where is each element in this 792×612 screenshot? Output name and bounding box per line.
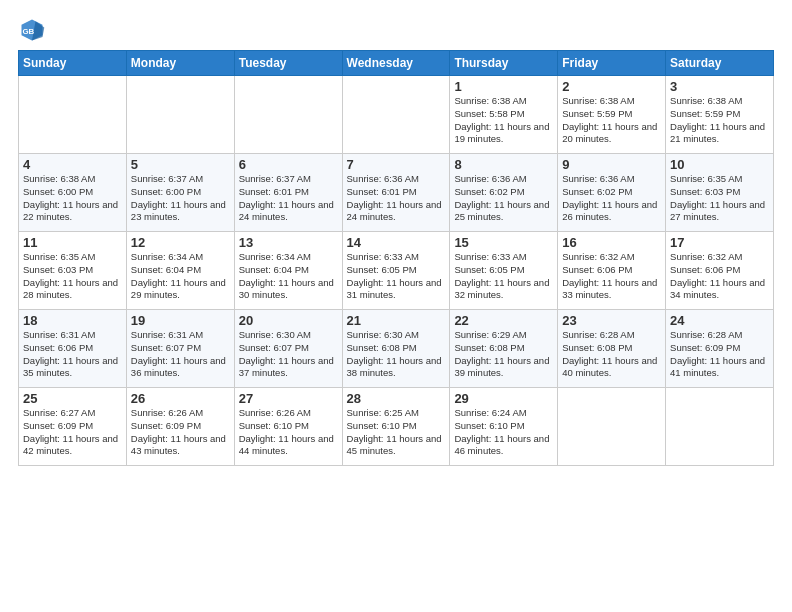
calendar-cell: 26Sunrise: 6:26 AM Sunset: 6:09 PM Dayli… bbox=[126, 388, 234, 466]
day-number: 15 bbox=[454, 235, 553, 250]
day-number: 16 bbox=[562, 235, 661, 250]
day-number: 28 bbox=[347, 391, 446, 406]
day-info: Sunrise: 6:35 AM Sunset: 6:03 PM Dayligh… bbox=[23, 251, 122, 302]
calendar-cell bbox=[234, 76, 342, 154]
calendar-cell bbox=[666, 388, 774, 466]
calendar-cell: 11Sunrise: 6:35 AM Sunset: 6:03 PM Dayli… bbox=[19, 232, 127, 310]
calendar-cell: 10Sunrise: 6:35 AM Sunset: 6:03 PM Dayli… bbox=[666, 154, 774, 232]
day-number: 26 bbox=[131, 391, 230, 406]
day-number: 1 bbox=[454, 79, 553, 94]
day-info: Sunrise: 6:36 AM Sunset: 6:02 PM Dayligh… bbox=[562, 173, 661, 224]
logo-icon: GB bbox=[18, 16, 46, 44]
calendar-cell bbox=[342, 76, 450, 154]
calendar-week-3: 11Sunrise: 6:35 AM Sunset: 6:03 PM Dayli… bbox=[19, 232, 774, 310]
calendar-cell: 9Sunrise: 6:36 AM Sunset: 6:02 PM Daylig… bbox=[558, 154, 666, 232]
calendar-cell: 23Sunrise: 6:28 AM Sunset: 6:08 PM Dayli… bbox=[558, 310, 666, 388]
calendar-cell: 6Sunrise: 6:37 AM Sunset: 6:01 PM Daylig… bbox=[234, 154, 342, 232]
day-number: 8 bbox=[454, 157, 553, 172]
calendar-cell: 1Sunrise: 6:38 AM Sunset: 5:58 PM Daylig… bbox=[450, 76, 558, 154]
day-number: 13 bbox=[239, 235, 338, 250]
weekday-header-friday: Friday bbox=[558, 51, 666, 76]
day-info: Sunrise: 6:28 AM Sunset: 6:09 PM Dayligh… bbox=[670, 329, 769, 380]
day-number: 12 bbox=[131, 235, 230, 250]
day-info: Sunrise: 6:27 AM Sunset: 6:09 PM Dayligh… bbox=[23, 407, 122, 458]
calendar-cell: 13Sunrise: 6:34 AM Sunset: 6:04 PM Dayli… bbox=[234, 232, 342, 310]
day-info: Sunrise: 6:36 AM Sunset: 6:01 PM Dayligh… bbox=[347, 173, 446, 224]
calendar-cell bbox=[558, 388, 666, 466]
calendar-table: SundayMondayTuesdayWednesdayThursdayFrid… bbox=[18, 50, 774, 466]
calendar-cell: 15Sunrise: 6:33 AM Sunset: 6:05 PM Dayli… bbox=[450, 232, 558, 310]
calendar-cell: 3Sunrise: 6:38 AM Sunset: 5:59 PM Daylig… bbox=[666, 76, 774, 154]
day-number: 19 bbox=[131, 313, 230, 328]
calendar-cell: 2Sunrise: 6:38 AM Sunset: 5:59 PM Daylig… bbox=[558, 76, 666, 154]
weekday-header-monday: Monday bbox=[126, 51, 234, 76]
day-info: Sunrise: 6:34 AM Sunset: 6:04 PM Dayligh… bbox=[239, 251, 338, 302]
day-info: Sunrise: 6:36 AM Sunset: 6:02 PM Dayligh… bbox=[454, 173, 553, 224]
day-number: 23 bbox=[562, 313, 661, 328]
day-number: 17 bbox=[670, 235, 769, 250]
day-number: 3 bbox=[670, 79, 769, 94]
day-info: Sunrise: 6:38 AM Sunset: 6:00 PM Dayligh… bbox=[23, 173, 122, 224]
day-info: Sunrise: 6:34 AM Sunset: 6:04 PM Dayligh… bbox=[131, 251, 230, 302]
day-info: Sunrise: 6:30 AM Sunset: 6:08 PM Dayligh… bbox=[347, 329, 446, 380]
day-info: Sunrise: 6:24 AM Sunset: 6:10 PM Dayligh… bbox=[454, 407, 553, 458]
day-info: Sunrise: 6:30 AM Sunset: 6:07 PM Dayligh… bbox=[239, 329, 338, 380]
day-number: 5 bbox=[131, 157, 230, 172]
day-number: 20 bbox=[239, 313, 338, 328]
day-info: Sunrise: 6:37 AM Sunset: 6:01 PM Dayligh… bbox=[239, 173, 338, 224]
weekday-header-sunday: Sunday bbox=[19, 51, 127, 76]
day-info: Sunrise: 6:26 AM Sunset: 6:10 PM Dayligh… bbox=[239, 407, 338, 458]
day-number: 11 bbox=[23, 235, 122, 250]
calendar-cell: 17Sunrise: 6:32 AM Sunset: 6:06 PM Dayli… bbox=[666, 232, 774, 310]
calendar-week-1: 1Sunrise: 6:38 AM Sunset: 5:58 PM Daylig… bbox=[19, 76, 774, 154]
calendar-cell: 5Sunrise: 6:37 AM Sunset: 6:00 PM Daylig… bbox=[126, 154, 234, 232]
calendar-cell: 29Sunrise: 6:24 AM Sunset: 6:10 PM Dayli… bbox=[450, 388, 558, 466]
day-number: 4 bbox=[23, 157, 122, 172]
calendar-cell: 28Sunrise: 6:25 AM Sunset: 6:10 PM Dayli… bbox=[342, 388, 450, 466]
day-number: 24 bbox=[670, 313, 769, 328]
day-number: 2 bbox=[562, 79, 661, 94]
calendar-cell: 22Sunrise: 6:29 AM Sunset: 6:08 PM Dayli… bbox=[450, 310, 558, 388]
day-info: Sunrise: 6:31 AM Sunset: 6:06 PM Dayligh… bbox=[23, 329, 122, 380]
page-header: GB bbox=[18, 16, 774, 44]
calendar-cell: 21Sunrise: 6:30 AM Sunset: 6:08 PM Dayli… bbox=[342, 310, 450, 388]
day-number: 27 bbox=[239, 391, 338, 406]
calendar-cell: 19Sunrise: 6:31 AM Sunset: 6:07 PM Dayli… bbox=[126, 310, 234, 388]
day-info: Sunrise: 6:26 AM Sunset: 6:09 PM Dayligh… bbox=[131, 407, 230, 458]
day-info: Sunrise: 6:37 AM Sunset: 6:00 PM Dayligh… bbox=[131, 173, 230, 224]
calendar-cell: 18Sunrise: 6:31 AM Sunset: 6:06 PM Dayli… bbox=[19, 310, 127, 388]
calendar-cell: 12Sunrise: 6:34 AM Sunset: 6:04 PM Dayli… bbox=[126, 232, 234, 310]
day-number: 9 bbox=[562, 157, 661, 172]
weekday-header-wednesday: Wednesday bbox=[342, 51, 450, 76]
calendar-cell: 27Sunrise: 6:26 AM Sunset: 6:10 PM Dayli… bbox=[234, 388, 342, 466]
day-info: Sunrise: 6:32 AM Sunset: 6:06 PM Dayligh… bbox=[670, 251, 769, 302]
calendar-week-2: 4Sunrise: 6:38 AM Sunset: 6:00 PM Daylig… bbox=[19, 154, 774, 232]
calendar-cell: 25Sunrise: 6:27 AM Sunset: 6:09 PM Dayli… bbox=[19, 388, 127, 466]
day-info: Sunrise: 6:25 AM Sunset: 6:10 PM Dayligh… bbox=[347, 407, 446, 458]
day-info: Sunrise: 6:33 AM Sunset: 6:05 PM Dayligh… bbox=[454, 251, 553, 302]
day-number: 29 bbox=[454, 391, 553, 406]
day-info: Sunrise: 6:38 AM Sunset: 5:59 PM Dayligh… bbox=[670, 95, 769, 146]
day-info: Sunrise: 6:31 AM Sunset: 6:07 PM Dayligh… bbox=[131, 329, 230, 380]
calendar-cell: 24Sunrise: 6:28 AM Sunset: 6:09 PM Dayli… bbox=[666, 310, 774, 388]
calendar-cell bbox=[126, 76, 234, 154]
calendar-header-row: SundayMondayTuesdayWednesdayThursdayFrid… bbox=[19, 51, 774, 76]
day-info: Sunrise: 6:28 AM Sunset: 6:08 PM Dayligh… bbox=[562, 329, 661, 380]
calendar-cell bbox=[19, 76, 127, 154]
day-number: 18 bbox=[23, 313, 122, 328]
calendar-week-4: 18Sunrise: 6:31 AM Sunset: 6:06 PM Dayli… bbox=[19, 310, 774, 388]
weekday-header-tuesday: Tuesday bbox=[234, 51, 342, 76]
day-info: Sunrise: 6:35 AM Sunset: 6:03 PM Dayligh… bbox=[670, 173, 769, 224]
day-info: Sunrise: 6:32 AM Sunset: 6:06 PM Dayligh… bbox=[562, 251, 661, 302]
day-number: 25 bbox=[23, 391, 122, 406]
day-number: 10 bbox=[670, 157, 769, 172]
day-info: Sunrise: 6:29 AM Sunset: 6:08 PM Dayligh… bbox=[454, 329, 553, 380]
weekday-header-saturday: Saturday bbox=[666, 51, 774, 76]
day-info: Sunrise: 6:38 AM Sunset: 5:58 PM Dayligh… bbox=[454, 95, 553, 146]
day-number: 14 bbox=[347, 235, 446, 250]
weekday-header-thursday: Thursday bbox=[450, 51, 558, 76]
calendar-cell: 4Sunrise: 6:38 AM Sunset: 6:00 PM Daylig… bbox=[19, 154, 127, 232]
calendar-cell: 20Sunrise: 6:30 AM Sunset: 6:07 PM Dayli… bbox=[234, 310, 342, 388]
calendar-cell: 16Sunrise: 6:32 AM Sunset: 6:06 PM Dayli… bbox=[558, 232, 666, 310]
calendar-cell: 14Sunrise: 6:33 AM Sunset: 6:05 PM Dayli… bbox=[342, 232, 450, 310]
